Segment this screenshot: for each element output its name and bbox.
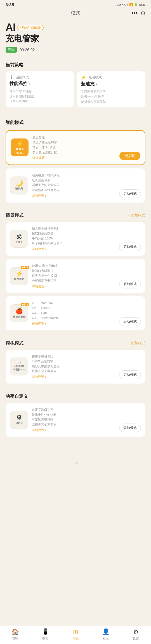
custom-header: 功率自定义 <box>0 389 151 399</box>
strategy-section: 当前策略 🌡 温控模式 性能温控 › 专为节省时间设计 使用新国标的温度 作为温… <box>0 58 151 113</box>
modes-label: 模式 <box>72 636 79 641</box>
charge-desc: 动态调整充电功率 端云一体 AI 调度 多设备无需重分配 <box>81 89 141 104</box>
status-bar: 3:35 29.9 KB/s 📶 🔋 66% <box>0 0 151 8</box>
settings-label: 设置 <box>133 636 139 641</box>
balance-icon: ⚖ <box>16 234 22 240</box>
smart-modes-list: ⚡ 超速充 FluxAI 超级分流 动态调整充电功率 端云一体 AI 调度 多设… <box>0 130 151 203</box>
supercharge-action[interactable]: 已启动 <box>119 152 140 160</box>
apple-ultra-badge: Ultra <box>21 303 29 306</box>
mode-card-balance[interactable]: ⚖ 平衡充 插入设备进行充电时 按端口使用数量 平均分配 160W 每个端口相同… <box>6 222 145 256</box>
custom-icon: ⚙ <box>16 415 22 421</box>
community-label: 社区 <box>103 636 109 641</box>
sleep-start-button[interactable]: 启动模式 <box>119 189 141 198</box>
temp-strategy-card[interactable]: 🌡 温控模式 性能温控 › 专为节省时间设计 使用新国标的温度 作为温度阈值 <box>6 71 74 107</box>
community-icon: 👤 <box>102 628 110 636</box>
xiaomi-sub-label: Simulate <box>14 365 24 367</box>
charge-label: ⚡ 充电模式 <box>81 75 141 80</box>
nav-item-settings[interactable]: ⚙ 设置 <box>128 628 144 641</box>
priority-icon-label: 顺序优先 <box>14 278 24 281</box>
apple-start-button[interactable]: 启动模式 <box>119 317 141 326</box>
xiaomi-action[interactable]: 启动模式 <box>119 370 141 379</box>
page-title: 模式 <box>71 10 80 16</box>
xiaomi-start-button[interactable]: 启动模式 <box>119 370 141 379</box>
nav-item-modes[interactable]: ⊞ 模式 <box>67 628 84 641</box>
priority-ultra-badge: Ultra <box>21 266 29 269</box>
hero-ai-text: AI <box>6 22 16 32</box>
custom-section-header: 功率自定义 <box>6 394 145 399</box>
hero-section: AI • FluxAI 自由流• 充电管家 在线 00:26:02 <box>0 18 151 55</box>
scenario-add-button[interactable]: + 添加模式 <box>128 213 145 218</box>
custom-icon-label: 自定义 <box>15 421 23 425</box>
lightning-icon: ⚡ <box>81 75 87 80</box>
nav-item-remote[interactable]: 📱 电控 <box>37 628 54 641</box>
scenario-section-header: 情景模式 + 添加模式 <box>6 213 145 218</box>
mode-card-custom[interactable]: ⚙ 自定义 自定义端口功率 提供个性化的体验 可定制充电策略 或模拟其他充电器 … <box>6 403 145 437</box>
home-icon: 🏠 <box>11 628 19 636</box>
settings-icon[interactable]: ⊙ <box>141 10 145 17</box>
priority-start-button[interactable]: 启动模式 <box>119 280 141 288</box>
priority-action[interactable]: 启动模式 <box>119 280 141 288</box>
strategy-row: 🌡 温控模式 性能温控 › 专为节省时间设计 使用新国标的温度 作为温度阈值 ⚡… <box>6 71 145 107</box>
balance-icon-label: 平衡充 <box>15 240 23 244</box>
status-time: 3:35 <box>6 2 14 7</box>
priority-icon: ⚡ <box>15 271 23 277</box>
battery-icon: 🔋 <box>134 3 138 6</box>
status-icons: 29.9 KB/s 📶 🔋 66% <box>115 3 145 6</box>
sleep-action[interactable]: 启动模式 <box>119 189 141 198</box>
temp-label: 🌡 温控模式 <box>10 75 70 80</box>
top-nav: 模式 ••• ⊙ <box>0 8 151 18</box>
custom-title: 功率自定义 <box>6 394 28 399</box>
network-speed: 29.9 KB/s <box>115 3 128 6</box>
mode-card-apple[interactable]: Ultra 🍎 苹果全家桶 C1 口 MacBook C2 口 iPhone C… <box>6 296 145 330</box>
charge-arrow: › <box>96 82 97 86</box>
activated-button[interactable]: 已启动 <box>119 152 140 160</box>
sleep-icon-label: 睡眠充 <box>15 187 23 191</box>
charge-value: 超速充 › <box>81 81 141 87</box>
mode-card-sleep[interactable]: 🌙 睡眠充 避免电池长时间满电 延长使用寿命 适用于夜间充电场景 让电池不被过度… <box>6 168 145 202</box>
simulate-modes-list: 01s Simulate 小电拼 01s 模拟小电拼 01s 120W 充电功率… <box>0 350 151 384</box>
battery-level: 66% <box>139 3 145 6</box>
apple-icon: 🍎 <box>15 307 23 315</box>
sleep-icon: 🌙 <box>15 180 23 186</box>
apple-icon-wrap: Ultra 🍎 苹果全家桶 <box>10 304 28 322</box>
simulate-add-button[interactable]: + 添加模式 <box>128 341 145 346</box>
xiaomi-icon-wrap: 01s Simulate 小电拼 01s <box>10 358 28 375</box>
temp-arrow: › <box>29 81 30 86</box>
hero-title: 充电管家 <box>6 33 145 44</box>
more-icon[interactable]: ••• <box>131 10 137 16</box>
nav-item-home[interactable]: 🏠 管理 <box>7 628 23 641</box>
xiaomi-top-label: 01s <box>17 361 22 365</box>
thermometer-icon: 🌡 <box>10 75 14 80</box>
smart-modes-section: 智能模式 <box>0 115 151 130</box>
flux-badge: • FluxAI 自由流• <box>17 25 44 30</box>
simulate-header: 模拟模式 + 添加模式 <box>0 336 151 346</box>
apple-action[interactable]: 启动模式 <box>119 317 141 326</box>
balance-icon-wrap: ⚖ 平衡充 <box>10 230 28 248</box>
temp-value: 性能温控 › <box>10 81 70 87</box>
custom-icon-wrap: ⚙ 自定义 <box>10 411 28 429</box>
supercharge-icon: ⚡ <box>16 141 23 147</box>
mode-card-priority[interactable]: Ultra ⚡ 顺序优先 使用 C 进行充电时 按端口号码顺序 优先为第一个 C… <box>6 259 145 293</box>
priority-icon-wrap: Ultra ⚡ 顺序优先 <box>10 267 28 285</box>
mode-card-supercharge[interactable]: ⚡ 超速充 FluxAI 超级分流 动态调整充电功率 端云一体 AI 调度 多设… <box>6 130 145 165</box>
simulate-section-header: 模拟模式 + 添加模式 <box>6 340 145 346</box>
balance-action[interactable]: 启动模式 <box>119 243 141 251</box>
supercharge-icon-wrap: ⚡ 超速充 FluxAI <box>11 138 29 156</box>
nav-actions: ••• ⊙ <box>131 10 145 17</box>
custom-add-button[interactable]: 添加模式 <box>119 424 141 432</box>
signal-icon: 📶 <box>129 3 133 6</box>
charge-strategy-card[interactable]: ⚡ 充电模式 超速充 › 动态调整充电功率 端云一体 AI 调度 多设备无需重分… <box>77 71 145 107</box>
home-label: 管理 <box>12 636 18 641</box>
watermark-text: tRi <box>74 462 78 466</box>
hero-ai-label: AI • FluxAI 自由流• <box>6 22 145 32</box>
mode-card-xiaomi[interactable]: 01s Simulate 小电拼 01s 模拟小电拼 01s 120W 充电功率… <box>6 350 145 384</box>
online-badge: 在线 <box>6 47 17 53</box>
balance-start-button[interactable]: 启动模式 <box>119 243 141 251</box>
custom-action[interactable]: 添加模式 <box>119 424 141 432</box>
simulate-title: 模拟模式 <box>6 340 23 346</box>
watermark: tRi <box>0 459 151 488</box>
nav-item-community[interactable]: 👤 社区 <box>97 628 114 641</box>
apple-icon-label: 苹果全家桶 <box>13 315 25 319</box>
remote-label: 电控 <box>42 636 48 641</box>
hero-status: 在线 00:26:02 <box>6 47 145 53</box>
